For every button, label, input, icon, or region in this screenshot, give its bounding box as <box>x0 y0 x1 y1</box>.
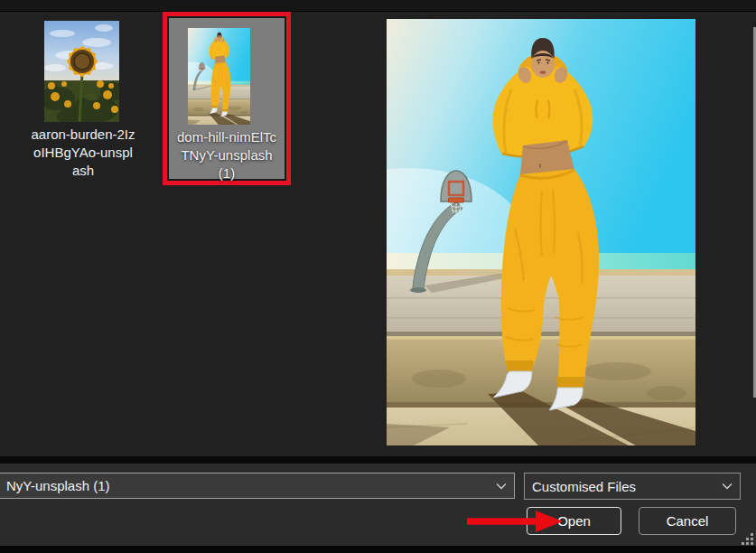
file-item-selected[interactable]: dom-hill-nimElTc TNyY-unsplash (1) <box>163 12 291 185</box>
file-open-dialog: aaron-burden-2Iz oIHBgYAo-unspl ash dom-… <box>0 0 756 553</box>
filetype-select[interactable]: Customised Files <box>524 473 741 500</box>
filename-input[interactable]: NyY-unsplash (1) <box>0 473 515 499</box>
file-item-sunflower[interactable]: aaron-burden-2Iz oIHBgYAo-unspl ash <box>16 14 150 184</box>
window-bottom-strip <box>0 546 756 553</box>
filetype-value: Customised Files <box>532 474 716 499</box>
footer-divider <box>0 456 756 464</box>
window-top-strip <box>0 0 756 12</box>
woman-thumbnail <box>188 28 250 125</box>
file-name-label: aaron-burden-2Iz oIHBgYAo-unspl ash <box>16 126 150 180</box>
chevron-down-icon[interactable] <box>496 483 507 490</box>
chevron-down-icon[interactable] <box>722 483 733 490</box>
file-name-label: dom-hill-nimElTc TNyY-unsplash (1) <box>167 128 286 183</box>
preview-image <box>387 19 695 445</box>
red-arrow-annotation-icon <box>454 508 566 535</box>
filename-value: NyY-unsplash (1) <box>6 473 490 498</box>
resize-grip[interactable] <box>741 532 755 547</box>
sunflower-thumbnail <box>44 21 119 122</box>
cancel-button[interactable]: Cancel <box>639 507 736 535</box>
